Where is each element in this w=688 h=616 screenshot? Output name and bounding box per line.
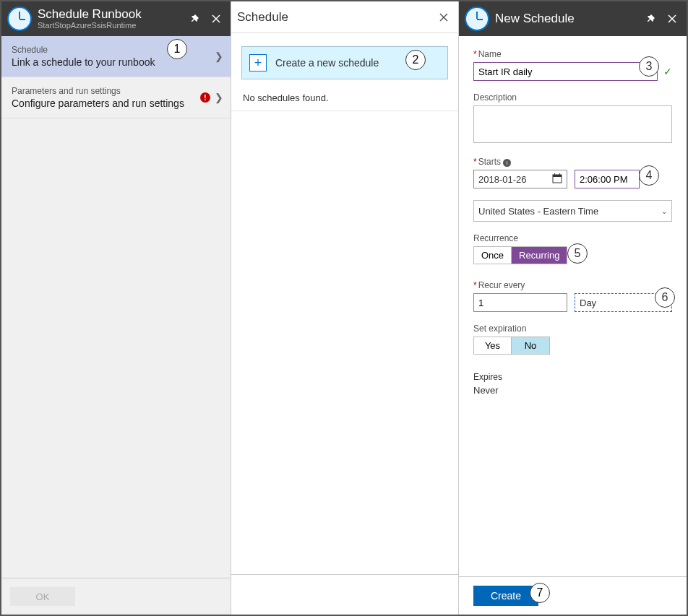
expires-value: Never <box>473 385 672 396</box>
description-label: Description <box>473 92 672 103</box>
panel1-header: Schedule Runbook StartStopAzureSsisRunti… <box>1 1 231 36</box>
pin-icon[interactable] <box>642 10 659 27</box>
recur-every-label: *Recur every <box>473 280 672 290</box>
panel2-title: Schedule <box>237 10 435 25</box>
svg-rect-7 <box>553 175 562 177</box>
expiration-no-button[interactable]: No <box>512 337 549 354</box>
timezone-value: United States - Eastern Time <box>478 206 598 217</box>
panel3-header: New Schedule <box>459 1 687 36</box>
plus-icon: + <box>249 54 267 71</box>
panel2-header: Schedule <box>231 1 458 33</box>
clock-icon <box>465 6 489 31</box>
info-icon[interactable]: i <box>503 159 511 167</box>
clock-icon <box>7 6 32 31</box>
list-item-schedule[interactable]: Schedule Link a schedule to your runbook… <box>1 36 231 77</box>
recur-unit-value: Day <box>580 298 596 308</box>
recurrence-toggle: Once Recurring <box>473 246 567 264</box>
chevron-down-icon: ⌄ <box>661 207 667 215</box>
pin-icon[interactable] <box>186 10 203 27</box>
list-item-text: Link a schedule to your runbook <box>12 56 220 68</box>
recurrence-once-button[interactable]: Once <box>474 247 512 264</box>
starts-label: *Startsi <box>473 157 672 167</box>
chevron-right-icon: ❯ <box>215 51 223 62</box>
callout-4: 4 <box>639 165 659 186</box>
start-date-input[interactable]: 2018-01-26 <box>473 170 567 188</box>
no-schedules-text: No schedules found. <box>231 85 458 111</box>
calendar-icon <box>552 173 562 186</box>
create-button[interactable]: Create <box>473 586 538 606</box>
alert-icon: ! <box>200 92 210 103</box>
recur-value-input[interactable] <box>473 293 567 312</box>
expiration-toggle: Yes No <box>473 337 550 355</box>
expiration-yes-button[interactable]: Yes <box>474 337 512 354</box>
panel1-footer: OK <box>1 578 231 615</box>
close-icon[interactable] <box>435 9 452 26</box>
callout-2: 2 <box>405 50 426 70</box>
start-date-value: 2018-01-26 <box>478 174 527 185</box>
list-item-text: Configure parameters and run settings <box>12 97 220 109</box>
ok-button[interactable]: OK <box>10 587 75 606</box>
name-input[interactable] <box>473 62 658 81</box>
callout-3: 3 <box>639 56 659 77</box>
panel3-title: New Schedule <box>495 12 642 26</box>
set-expiration-label: Set expiration <box>473 324 672 334</box>
close-icon[interactable] <box>663 10 681 27</box>
callout-7: 7 <box>530 583 550 603</box>
description-input[interactable] <box>473 105 672 143</box>
list-item-label: Schedule <box>12 45 220 55</box>
schedule-runbook-panel: Schedule Runbook StartStopAzureSsisRunti… <box>1 1 231 615</box>
panel1-title: Schedule Runbook <box>38 8 186 22</box>
recurrence-label: Recurrence <box>473 233 672 243</box>
svg-rect-8 <box>554 173 555 175</box>
schedule-panel: Schedule + Create a new schedule 2 No sc… <box>231 1 459 615</box>
panel2-footer <box>231 574 458 615</box>
callout-1: 1 <box>167 39 187 59</box>
panel1-subtitle: StartStopAzureSsisRuntime <box>38 21 186 30</box>
callout-6: 6 <box>655 287 675 308</box>
list-item-parameters[interactable]: Parameters and run settings Configure pa… <box>1 77 231 118</box>
check-icon: ✓ <box>663 66 672 77</box>
expires-label: Expires <box>473 372 672 382</box>
chevron-right-icon: ❯ <box>215 92 223 103</box>
create-schedule-label: Create a new schedule <box>275 57 379 69</box>
recurrence-recurring-button[interactable]: Recurring <box>512 247 567 264</box>
callout-5: 5 <box>567 243 588 264</box>
close-icon[interactable] <box>207 10 225 27</box>
new-schedule-panel: New Schedule *Name ✓ 3 <box>459 1 687 615</box>
timezone-select[interactable]: United States - Eastern Time ⌄ <box>473 200 672 222</box>
create-schedule-button[interactable]: + Create a new schedule 2 <box>241 46 448 79</box>
list-item-label: Parameters and run settings <box>12 86 220 96</box>
start-time-input[interactable] <box>575 170 640 188</box>
svg-rect-9 <box>559 173 560 175</box>
